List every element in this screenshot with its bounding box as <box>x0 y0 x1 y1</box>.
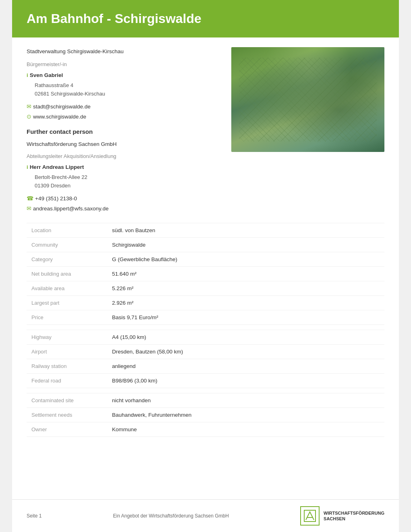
further-street: Bertolt-Brecht-Allee 22 <box>35 173 222 182</box>
table-row: Railway station anliegend <box>27 359 384 373</box>
table-row: Location südl. von Bautzen <box>27 223 384 237</box>
table-row: Highway A4 (15,00 km) <box>27 330 384 344</box>
info-icon: i <box>27 71 28 80</box>
logo-line1: WIRTSCHAFTSFÖRDERUNG <box>324 510 384 516</box>
table-row: Federal road B98/B96 (3,00 km) <box>27 373 384 388</box>
table-row: Settlement needs Bauhandwerk, Fuhruntern… <box>27 407 384 422</box>
further-city: 01309 Dresden <box>35 182 222 190</box>
value-location: südl. von Bautzen <box>107 223 384 237</box>
further-role: Abteilungsleiter Akquisition/Ansiedlung <box>27 153 116 159</box>
label-highway: Highway <box>27 330 107 344</box>
table-row: Category G (Gewerbliche Baufläche) <box>27 252 384 266</box>
email-icon: ✉ <box>27 102 31 111</box>
spacer-row-2 <box>27 388 384 393</box>
contact-email: stadt@schirgiswalde.de <box>33 102 91 111</box>
label-community: Community <box>27 237 107 252</box>
logo-text: WIRTSCHAFTSFÖRDERUNG SACHSEN <box>324 510 384 522</box>
contact-city: 02681 Schirgiswalde-Kirschau <box>35 90 222 98</box>
contact-email-row: ✉ stadt@schirgiswalde.de <box>27 102 222 111</box>
label-largest-part: Largest part <box>27 295 107 310</box>
further-person-block: i Herr Andreas Lippert <box>27 163 222 172</box>
aerial-photo <box>231 47 384 152</box>
value-contaminated-site: nicht vorhanden <box>107 393 384 407</box>
further-phone: +49 (351) 2138-0 <box>35 194 77 203</box>
footer-center-text: Ein Angebot der Wirtschaftsförderung Sac… <box>113 513 228 519</box>
table-row: Price Basis 9,71 Euro/m² <box>27 310 384 324</box>
label-railway-station: Railway station <box>27 359 107 373</box>
info-icon-2: i <box>27 163 28 172</box>
contact-person: Sven Gabriel <box>30 71 63 80</box>
label-owner: Owner <box>27 422 107 436</box>
table-row: Owner Kommune <box>27 422 384 436</box>
table-row: Net building area 51.640 m² <box>27 266 384 281</box>
table-row: Available area 5.226 m² <box>27 281 384 295</box>
footer-logo: WIRTSCHAFTSFÖRDERUNG SACHSEN <box>300 506 384 526</box>
page-header: Am Bahnhof - Schirgiswalde <box>12 0 399 37</box>
person-block: i Sven Gabriel <box>27 71 222 80</box>
contact-website: www.schirgiswalde.de <box>33 112 86 121</box>
org-name: Stadtverwaltung Schirgiswalde-Kirschau <box>27 47 222 56</box>
contact-street: Rathausstraße 4 <box>35 81 222 90</box>
table-row: Largest part 2.926 m² <box>27 295 384 310</box>
data-table-group1: Location südl. von Bautzen Community Sch… <box>27 223 384 437</box>
value-federal-road: B98/B96 (3,00 km) <box>107 373 384 388</box>
label-location: Location <box>27 223 107 237</box>
value-category: G (Gewerbliche Baufläche) <box>107 252 384 266</box>
value-community: Schirgiswalde <box>107 237 384 252</box>
logo-line2: SACHSEN <box>324 516 384 522</box>
value-owner: Kommune <box>107 422 384 436</box>
page-number: Seite 1 <box>27 513 42 519</box>
value-largest-part: 2.926 m² <box>107 295 384 310</box>
label-net-building-area: Net building area <box>27 266 107 281</box>
value-available-area: 5.226 m² <box>107 281 384 295</box>
web-icon: ⊙ <box>27 112 31 121</box>
value-railway-station: anliegend <box>107 359 384 373</box>
label-airport: Airport <box>27 344 107 359</box>
value-highway: A4 (15,00 km) <box>107 330 384 344</box>
email-icon-2: ✉ <box>27 204 31 213</box>
further-phone-row: ☎ +49 (351) 2138-0 <box>27 194 222 203</box>
page-title: Am Bahnhof - Schirgiswalde <box>27 11 384 26</box>
value-airport: Dresden, Bautzen (58,00 km) <box>107 344 384 359</box>
label-settlement-needs: Settlement needs <box>27 407 107 422</box>
label-category: Category <box>27 252 107 266</box>
logo-icon <box>303 509 316 522</box>
further-email: andreas.lippert@wfs.saxony.de <box>33 204 109 213</box>
table-row: Community Schirgiswalde <box>27 237 384 252</box>
spacer-row <box>27 324 384 330</box>
page-footer: Seite 1 Ein Angebot der Wirtschaftsförde… <box>12 499 399 532</box>
contact-section: Stadtverwaltung Schirgiswalde-Kirschau B… <box>27 47 222 215</box>
value-net-building-area: 51.640 m² <box>107 266 384 281</box>
value-price: Basis 9,71 Euro/m² <box>107 310 384 324</box>
further-contact-heading: Further contact person <box>27 127 222 137</box>
label-price: Price <box>27 310 107 324</box>
table-row: Contaminated site nicht vorhanden <box>27 393 384 407</box>
further-person: Herr Andreas Lippert <box>30 163 84 172</box>
logo-box <box>300 506 320 526</box>
further-email-row: ✉ andreas.lippert@wfs.saxony.de <box>27 204 222 213</box>
contact-web-row: ⊙ www.schirgiswalde.de <box>27 112 222 121</box>
label-contaminated-site: Contaminated site <box>27 393 107 407</box>
role-label: Bürgermeister/-in <box>27 61 67 67</box>
table-row: Airport Dresden, Bautzen (58,00 km) <box>27 344 384 359</box>
further-org: Wirtschaftsförderung Sachsen GmbH <box>27 140 222 149</box>
phone-icon: ☎ <box>27 194 33 203</box>
label-federal-road: Federal road <box>27 373 107 388</box>
value-settlement-needs: Bauhandwerk, Fuhrunternehmen <box>107 407 384 422</box>
label-available-area: Available area <box>27 281 107 295</box>
